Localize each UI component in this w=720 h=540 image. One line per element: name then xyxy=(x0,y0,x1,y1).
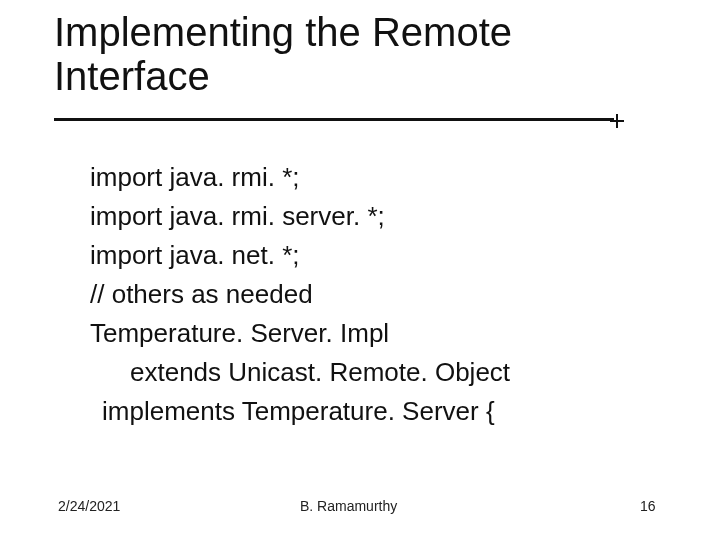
code-line: implements Temperature. Server { xyxy=(90,392,650,431)
code-line: import java. net. *; xyxy=(90,236,650,275)
title-text: Implementing the Remote Interface xyxy=(54,10,654,98)
code-line: // others as needed xyxy=(90,275,650,314)
footer-author: B. Ramamurthy xyxy=(300,498,397,514)
code-line: extends Unicast. Remote. Object xyxy=(90,353,650,392)
code-body: import java. rmi. *; import java. rmi. s… xyxy=(90,158,650,431)
code-line: import java. rmi. *; xyxy=(90,158,650,197)
code-line: import java. rmi. server. *; xyxy=(90,197,650,236)
footer-page-number: 16 xyxy=(640,498,656,514)
code-line: Temperature. Server. Impl xyxy=(90,314,650,353)
footer-date: 2/24/2021 xyxy=(58,498,120,514)
title-underline xyxy=(54,118,614,121)
corner-accent-icon xyxy=(610,114,624,128)
slide: Implementing the Remote Interface import… xyxy=(0,0,720,540)
slide-title: Implementing the Remote Interface xyxy=(54,10,654,98)
